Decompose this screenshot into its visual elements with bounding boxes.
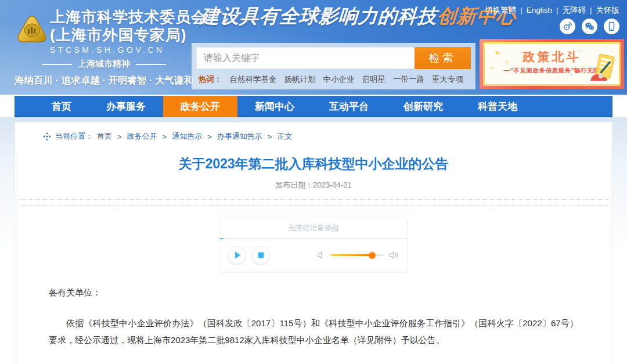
site-header: 上海市科学技术委员会 (上海市外国专家局) STCSM.SH.GOV.CN 建设… bbox=[0, 0, 627, 95]
main-paragraph: 依据《科技型中小企业评价办法》（国科发政〔2017〕115号）和《科技型中小企业… bbox=[49, 315, 578, 349]
breadcrumb-separator: > bbox=[117, 132, 122, 141]
link-separator: | bbox=[556, 6, 558, 15]
hot-word-link[interactable]: 一带一路 bbox=[393, 74, 424, 85]
stop-icon[interactable] bbox=[252, 246, 270, 264]
volume-knob[interactable] bbox=[369, 252, 375, 258]
link-separator: | bbox=[520, 6, 522, 15]
link-english[interactable]: English bbox=[527, 6, 552, 15]
main-nav: 首页 办事服务 政务公开 新闻中心 互动平台 创新研究 科普天地 bbox=[15, 96, 612, 117]
utility-links: 切换繁體|English|无障碍|关怀版 bbox=[485, 5, 619, 16]
link-separator: | bbox=[590, 6, 592, 15]
wechat-icon[interactable] bbox=[582, 19, 597, 34]
accessibility-audio-player: 无障碍语音播报 bbox=[219, 218, 408, 272]
hot-word-link[interactable]: 重大专项 bbox=[432, 74, 463, 85]
sparkle-icon: ✦ bbox=[494, 48, 501, 57]
hot-word-link[interactable]: 中小企业 bbox=[323, 74, 355, 85]
breadcrumb-gov-disclosure[interactable]: 政务公开 bbox=[127, 131, 157, 142]
dotted-divider bbox=[18, 205, 609, 206]
social-icons bbox=[560, 19, 619, 34]
weibo-icon[interactable] bbox=[560, 19, 575, 34]
breadcrumb-separator: > bbox=[207, 132, 212, 141]
link-senior-mode[interactable]: 关怀版 bbox=[596, 6, 620, 15]
org-name-line2: (上海市外国专家局) bbox=[50, 26, 207, 44]
site-identity: 上海市科学技术委员会 (上海市外国专家局) STCSM.SH.GOV.CN bbox=[50, 8, 207, 55]
article-body: 各有关单位： 依据《科技型中小企业评价办法》（国科发政〔2017〕115号）和《… bbox=[15, 287, 612, 364]
org-name-line1: 上海市科学技术委员会 bbox=[50, 8, 207, 26]
salutation: 各有关单位： bbox=[49, 287, 578, 298]
mobile-icon[interactable] bbox=[604, 19, 619, 34]
location-move-icon bbox=[43, 132, 51, 140]
org-domain: STCSM.SH.GOV.CN bbox=[50, 45, 207, 55]
page-background: 当前位置： 首页 > 政务公开 > 通知告示 > 办事通知告示 > 正文 关于2… bbox=[0, 117, 627, 364]
search-panel: 检索 热词： 自然科学基金 扬帆计划 中小企业 启明星 一带一路 重大专项 bbox=[192, 43, 475, 89]
calligraphy-slogan: 建设具有全球影响力的科技创新中心 bbox=[199, 3, 480, 30]
breadcrumb-notices[interactable]: 通知告示 bbox=[172, 131, 202, 142]
nav-item-science[interactable]: 科普天地 bbox=[460, 96, 535, 117]
link-accessibility[interactable]: 无障碍 bbox=[562, 6, 586, 15]
nav-item-gov-disclosure[interactable]: 政务公开 bbox=[163, 96, 237, 117]
search-button[interactable]: 检索 bbox=[415, 47, 471, 69]
breadcrumb: 当前位置： 首页 > 政务公开 > 通知告示 > 办事通知告示 > 正文 bbox=[15, 122, 612, 142]
speaker-icon[interactable] bbox=[389, 251, 399, 259]
sparkle-icon: ✧ bbox=[505, 59, 510, 66]
nav-item-innovation[interactable]: 创新研究 bbox=[386, 96, 460, 117]
clipboard-pen-illustration bbox=[587, 54, 617, 83]
nav-item-home[interactable]: 首页 bbox=[34, 96, 89, 117]
mute-speaker-icon[interactable] bbox=[317, 251, 325, 259]
dotted-divider bbox=[18, 199, 609, 200]
page-title: 关于2023年第二批入库科技型中小企业的公告 bbox=[15, 155, 612, 173]
breadcrumb-separator: > bbox=[163, 132, 167, 141]
article-container: 当前位置： 首页 > 政务公开 > 通知告示 > 办事通知告示 > 正文 关于2… bbox=[15, 122, 612, 364]
breadcrumb-current: 正文 bbox=[277, 131, 292, 142]
slogan-white-part: 建设具有全球影响力的科技 bbox=[200, 5, 438, 27]
breadcrumb-separator: > bbox=[268, 132, 272, 141]
sparkle-icon: ▱ bbox=[577, 47, 582, 55]
nav-item-interaction[interactable]: 互动平台 bbox=[312, 96, 386, 117]
sparkle-icon: ？ bbox=[568, 72, 574, 80]
breadcrumb-home[interactable]: 首页 bbox=[97, 131, 112, 142]
link-traditional-chinese[interactable]: 切换繁體 bbox=[485, 6, 516, 15]
search-input[interactable] bbox=[196, 47, 415, 69]
hot-word-link[interactable]: 扬帆计划 bbox=[284, 74, 316, 85]
nav-item-news[interactable]: 新闻中心 bbox=[237, 96, 312, 117]
policy-banner-card: ✦ ✧ ✦ ▱ ？ 政策北斗 —“不见面政务信息服务”畅行无阻 bbox=[483, 42, 621, 86]
city-spirit-title: 上海城市精神 bbox=[14, 59, 194, 70]
nav-item-services[interactable]: 办事服务 bbox=[89, 96, 163, 117]
breadcrumb-service-notices[interactable]: 办事通知告示 bbox=[217, 131, 262, 142]
hot-words-row: 热词： 自然科学基金 扬帆计划 中小企业 启明星 一带一路 重大专项 bbox=[196, 74, 471, 85]
volume-slider[interactable] bbox=[330, 254, 384, 256]
city-spirit-motto: 海纳百川 · 追求卓越 · 开明睿智 · 大气谦和 bbox=[14, 74, 194, 87]
hot-words-label: 热词： bbox=[199, 74, 222, 85]
hot-word-link[interactable]: 启明星 bbox=[362, 74, 386, 85]
hot-word-link[interactable]: 自然科学基金 bbox=[230, 74, 277, 85]
breadcrumb-label: 当前位置： bbox=[55, 131, 93, 142]
gold-seal-logo-icon bbox=[16, 14, 48, 45]
play-icon[interactable] bbox=[228, 246, 246, 264]
sparkle-icon: ✦ bbox=[491, 66, 495, 71]
volume-fill bbox=[330, 254, 372, 256]
policy-beidou-banner[interactable]: ✦ ✧ ✦ ▱ ？ 政策北斗 —“不见面政务信息服务”畅行无阻 bbox=[480, 39, 624, 89]
publish-date: 发布日期：2023-04-21 bbox=[15, 180, 612, 190]
audio-player-label: 无障碍语音播报 bbox=[220, 218, 407, 239]
city-spirit-block: 上海城市精神 海纳百川 · 追求卓越 · 开明睿智 · 大气谦和 bbox=[14, 59, 194, 87]
